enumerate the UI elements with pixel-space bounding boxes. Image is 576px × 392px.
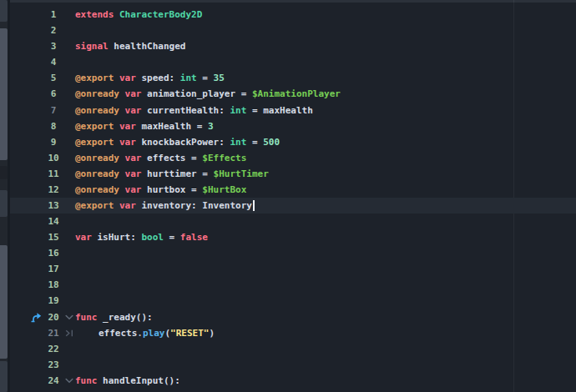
panel-item-edge[interactable] — [0, 245, 8, 359]
code-line[interactable]: 8@export var maxHealth = 3 — [10, 118, 576, 134]
code-line[interactable]: 9@export var knockbackPower: int = 500 — [10, 134, 576, 150]
line-number[interactable]: 2 — [43, 25, 63, 36]
line-number[interactable]: 13 — [43, 200, 63, 211]
fold-gutter-cell[interactable] — [63, 309, 75, 324]
code-line[interactable]: 12@onready var hurtbox = $HurtBox — [10, 182, 576, 198]
token-num: 500 — [263, 137, 280, 148]
fold-gutter-cell — [63, 134, 75, 150]
token-pl: inventory: Inventory — [136, 200, 252, 211]
panel-item-edge[interactable] — [0, 28, 8, 160]
line-number[interactable]: 24 — [43, 375, 63, 386]
token-num: 3 — [208, 121, 214, 132]
token-ann: @export — [75, 137, 114, 148]
code-line[interactable]: 13@export var inventory: Inventory — [10, 198, 576, 214]
code-line[interactable]: 1extends CharacterBody2D — [10, 7, 576, 23]
code-line[interactable]: 20func _ready(): — [10, 309, 576, 324]
code-line[interactable]: 17 — [10, 261, 576, 277]
code-line[interactable]: 14 — [10, 214, 576, 229]
code-text[interactable]: @onready var effects = $Effects — [75, 153, 576, 163]
code-line[interactable]: 23 — [10, 357, 576, 373]
line-number[interactable]: 20 — [43, 312, 63, 323]
code-text[interactable]: effects.play("RESET") — [75, 328, 576, 339]
code-text[interactable]: extends CharacterBody2D — [75, 9, 576, 20]
code-text[interactable]: @export var maxHealth = 3 — [75, 121, 576, 132]
token-num: 35 — [214, 73, 225, 83]
line-number[interactable]: 23 — [43, 359, 63, 370]
token-ann: @onready — [75, 105, 119, 116]
code-text[interactable]: signal healthChanged — [75, 41, 576, 52]
line-number[interactable]: 19 — [43, 295, 63, 306]
code-line[interactable]: 19 — [10, 293, 576, 309]
code-line[interactable]: 22 — [10, 341, 576, 357]
token-pl: healthChanged — [109, 41, 186, 52]
code-text[interactable]: @export var speed: int = 35 — [75, 73, 576, 83]
fold-gutter-cell — [63, 277, 75, 293]
line-number[interactable]: 12 — [43, 184, 63, 195]
code-line[interactable]: 6@onready var animation_player = $Animat… — [10, 86, 576, 102]
panel-item-edge[interactable] — [0, 0, 8, 22]
code-line[interactable]: 16 — [10, 245, 576, 261]
code-line[interactable]: 18 — [10, 277, 576, 293]
line-number[interactable]: 22 — [43, 344, 63, 354]
code-lines[interactable]: 1extends CharacterBody2D23signal healthC… — [10, 7, 576, 389]
code-text[interactable]: func _ready(): — [75, 312, 576, 323]
code-line[interactable]: 2 — [10, 23, 576, 38]
token-node: $AnimationPlayer — [252, 88, 341, 99]
code-line[interactable]: 24func handleInput(): — [10, 373, 576, 389]
code-line[interactable]: 4 — [10, 54, 576, 70]
code-text[interactable]: @onready var animation_player = $Animati… — [75, 88, 576, 99]
fold-chevron-icon[interactable] — [65, 314, 73, 320]
token-kw: var — [125, 153, 142, 163]
code-editor[interactable]: 1extends CharacterBody2D23signal healthC… — [10, 0, 576, 392]
line-number[interactable]: 16 — [43, 248, 63, 259]
gutter-indicator-cell — [10, 23, 43, 38]
line-number[interactable]: 5 — [43, 73, 63, 83]
line-number[interactable]: 7 — [43, 105, 63, 116]
line-number[interactable]: 17 — [43, 264, 63, 274]
code-text[interactable]: @onready var hurttimer = $HurtTimer — [75, 168, 576, 179]
left-panel-sliver[interactable] — [0, 0, 8, 392]
line-number[interactable]: 4 — [43, 57, 63, 68]
token-pl — [119, 168, 125, 179]
line-number[interactable]: 14 — [43, 216, 63, 227]
code-line[interactable]: 3signal healthChanged — [10, 38, 576, 54]
token-ann: @onready — [75, 168, 119, 179]
line-number[interactable]: 8 — [43, 121, 63, 132]
panel-item-edge[interactable] — [0, 166, 8, 179]
token-pl: handleInput(): — [98, 375, 180, 386]
fold-chevron-icon[interactable] — [65, 378, 73, 384]
line-number[interactable]: 21 — [43, 328, 63, 339]
code-line[interactable]: 11@onready var hurttimer = $HurtTimer — [10, 166, 576, 182]
panel-item-edge[interactable] — [0, 190, 8, 217]
token-str: "RESET" — [170, 328, 209, 339]
token-kw: func — [75, 312, 98, 323]
code-line[interactable]: 7@onready var currentHealth: int = maxHe… — [10, 102, 576, 118]
code-line[interactable]: 15var isHurt: bool = false — [10, 229, 576, 245]
line-number[interactable]: 18 — [43, 279, 63, 290]
token-node: $HurtTimer — [214, 168, 269, 179]
fold-gutter-cell[interactable] — [63, 373, 75, 389]
code-text[interactable]: @onready var hurtbox = $HurtBox — [75, 184, 576, 195]
token-kw: var — [125, 105, 142, 116]
line-number[interactable]: 10 — [43, 153, 63, 163]
line-number[interactable]: 3 — [43, 41, 63, 52]
code-text[interactable]: var isHurt: bool = false — [75, 232, 576, 243]
code-text[interactable]: @onready var currentHealth: int = maxHea… — [75, 105, 576, 116]
line-number[interactable]: 15 — [43, 232, 63, 243]
line-number[interactable]: 6 — [43, 88, 63, 99]
token-op: . — [137, 328, 143, 339]
panel-item-edge[interactable] — [0, 361, 8, 392]
code-text[interactable]: @export var knockbackPower: int = 500 — [75, 137, 576, 148]
line-number[interactable]: 11 — [43, 168, 63, 179]
line-number[interactable]: 9 — [43, 137, 63, 148]
code-text[interactable]: func handleInput(): — [75, 375, 576, 386]
token-ann: @onready — [75, 184, 119, 195]
token-pl: currentHealth: — [141, 105, 230, 116]
code-text[interactable]: @export var inventory: Inventory — [75, 200, 576, 211]
code-line[interactable]: 21effects.play("RESET") — [10, 325, 576, 341]
token-pl: animation_player = — [141, 88, 251, 99]
code-line[interactable]: 5@export var speed: int = 35 — [10, 70, 576, 86]
code-line[interactable]: 10@onready var effects = $Effects — [10, 150, 576, 166]
line-number[interactable]: 1 — [43, 9, 63, 20]
fold-gutter-cell — [63, 118, 75, 134]
